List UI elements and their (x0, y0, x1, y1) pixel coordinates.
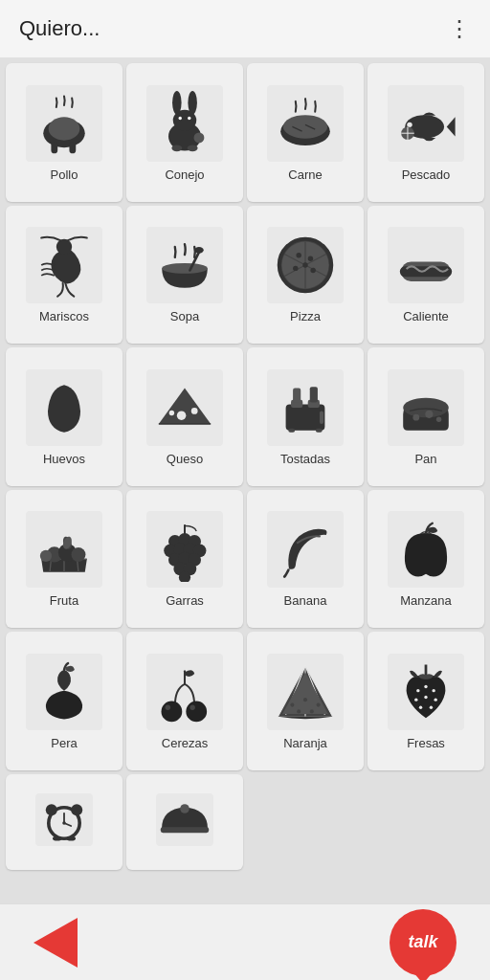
conejo-icon (146, 85, 223, 162)
huevos-icon (26, 369, 102, 446)
pizza-label: Pizza (290, 309, 321, 323)
list-item[interactable]: Cerezas (126, 632, 243, 770)
pera-label: Pera (51, 736, 77, 750)
list-item[interactable]: Pizza (247, 206, 364, 345)
bottom-navigation: talk (0, 903, 490, 980)
svg-point-101 (419, 705, 422, 708)
svg-point-99 (424, 695, 427, 698)
list-item[interactable]: Sopa (126, 206, 243, 345)
svg-point-110 (53, 835, 62, 840)
cerezas-label: Cerezas (162, 736, 208, 750)
list-item[interactable]: Pescado (368, 63, 484, 202)
svg-point-91 (303, 698, 307, 702)
svg-point-14 (283, 115, 327, 138)
list-item[interactable]: Carne (247, 63, 364, 202)
list-item[interactable]: Manzana (368, 490, 484, 629)
back-button[interactable] (29, 916, 82, 969)
page-title: Quiero... (19, 16, 100, 41)
caliente-icon (388, 227, 464, 303)
svg-point-98 (414, 698, 417, 701)
pescado-label: Pescado (402, 167, 451, 182)
pollo-icon (26, 85, 102, 162)
svg-point-107 (62, 821, 66, 825)
pera-icon (26, 654, 102, 730)
svg-point-12 (188, 145, 198, 151)
pollo-label: Pollo (51, 167, 78, 182)
pan-icon (388, 369, 464, 446)
mariscos-label: Mariscos (39, 309, 89, 323)
back-arrow-icon (33, 918, 78, 968)
svg-rect-112 (161, 827, 209, 833)
svg-point-11 (171, 145, 182, 151)
list-item[interactable]: Fruta (6, 490, 122, 629)
extra2-icon (156, 793, 213, 846)
svg-point-90 (290, 702, 294, 706)
svg-rect-2 (51, 142, 57, 153)
svg-point-113 (180, 804, 189, 813)
fresas-icon (388, 654, 464, 730)
list-item[interactable]: Huevos (6, 347, 122, 486)
svg-point-100 (434, 698, 437, 701)
list-item[interactable]: Mariscos (6, 206, 122, 345)
menu-icon[interactable]: ⋮ (448, 15, 471, 42)
talk-bubble-icon: talk (390, 909, 457, 976)
svg-point-1 (49, 117, 80, 140)
list-item[interactable]: Pollo (6, 63, 122, 202)
garras-icon (146, 511, 223, 588)
svg-point-54 (412, 414, 419, 421)
svg-point-96 (424, 685, 427, 688)
svg-point-82 (186, 701, 207, 722)
huevos-label: Huevos (43, 452, 85, 466)
garras-label: Garras (166, 593, 204, 608)
fresas-label: Fresas (407, 736, 445, 750)
svg-point-95 (416, 689, 419, 692)
svg-point-111 (66, 835, 76, 840)
list-item[interactable]: Garras (126, 490, 243, 629)
list-item[interactable]: Queso (126, 347, 243, 486)
svg-point-24 (162, 263, 208, 274)
svg-point-94 (310, 709, 314, 713)
naranja-label: Naranja (283, 736, 327, 750)
svg-point-109 (71, 804, 82, 815)
svg-point-97 (432, 689, 434, 692)
list-item[interactable]: Banana (247, 490, 364, 629)
svg-point-56 (436, 416, 441, 421)
banana-icon (267, 511, 344, 588)
list-item[interactable]: Caliente (368, 206, 484, 345)
sopa-label: Sopa (170, 309, 199, 323)
svg-rect-48 (293, 388, 301, 402)
list-item[interactable] (6, 774, 122, 870)
list-item[interactable]: Pera (6, 632, 122, 770)
svg-point-64 (40, 550, 52, 562)
list-item[interactable]: Tostadas (247, 347, 364, 486)
list-item[interactable]: Conejo (126, 63, 243, 202)
sopa-icon (146, 227, 223, 303)
list-item[interactable]: Naranja (247, 632, 364, 770)
svg-point-42 (191, 408, 198, 414)
svg-point-34 (293, 266, 298, 271)
fruta-label: Fruta (50, 593, 78, 608)
conejo-label: Conejo (165, 167, 204, 182)
svg-rect-50 (320, 411, 323, 424)
svg-point-6 (172, 91, 182, 114)
list-item[interactable]: Fresas (368, 632, 484, 770)
carne-icon (267, 85, 344, 162)
svg-point-63 (71, 547, 85, 562)
svg-point-102 (430, 705, 433, 708)
list-item[interactable] (126, 774, 243, 870)
food-grid: Pollo Conejo (0, 57, 490, 903)
svg-point-55 (425, 410, 433, 417)
list-item[interactable]: Pan (368, 347, 484, 486)
tostadas-icon (267, 369, 344, 446)
svg-point-83 (166, 704, 170, 709)
svg-point-84 (189, 704, 194, 709)
manzana-icon (388, 511, 464, 588)
svg-point-36 (302, 263, 307, 268)
svg-point-81 (162, 701, 183, 722)
pescado-icon (388, 85, 464, 162)
talk-button[interactable]: talk (385, 904, 461, 981)
pizza-icon (267, 227, 344, 303)
mariscos-icon (26, 227, 102, 303)
talk-label: talk (408, 932, 437, 952)
svg-point-43 (169, 410, 174, 414)
